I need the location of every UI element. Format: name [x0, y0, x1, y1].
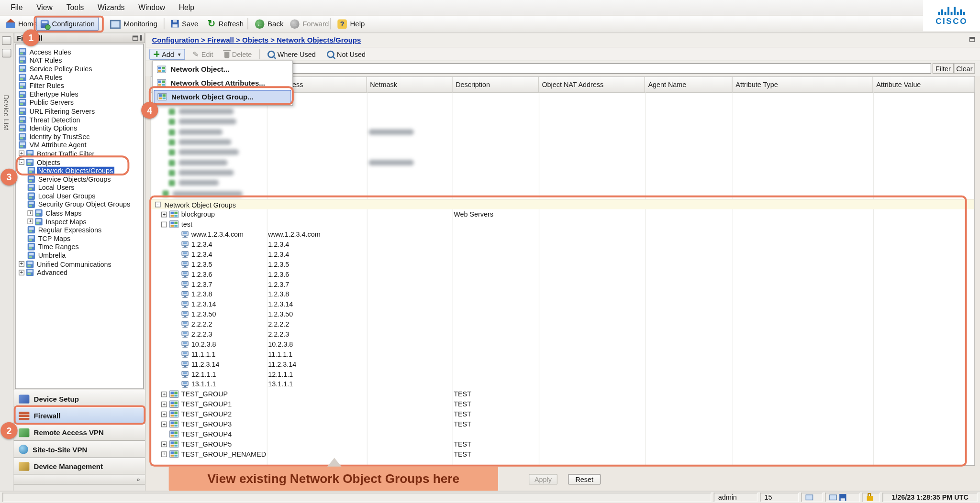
row-expander-icon[interactable]: -: [161, 221, 167, 227]
section-expander-icon[interactable]: -: [155, 202, 161, 208]
breadcrumb-link[interactable]: Configuration: [152, 36, 207, 44]
refresh-button[interactable]: ↻ Refresh: [204, 17, 247, 31]
filter-input[interactable]: [182, 63, 931, 74]
row-expander-icon[interactable]: +: [161, 401, 167, 407]
row-expander-icon[interactable]: +: [161, 441, 167, 447]
table-row[interactable]: 1.2.3.8 1.2.3.8: [151, 289, 974, 299]
tree-item[interactable]: Access Rules: [16, 47, 143, 56]
tree-item[interactable]: URL Filtering Servers: [16, 107, 143, 116]
add-menu-item[interactable]: Network Object Group...: [154, 90, 291, 104]
menu-item[interactable]: Window: [132, 0, 172, 14]
table-row[interactable]: 10.2.3.8 10.2.3.8: [151, 339, 974, 349]
device-list-label[interactable]: Device List: [2, 95, 10, 131]
tree-item[interactable]: Identity by TrustSec: [16, 132, 143, 141]
tree-item[interactable]: Service Objects/Groups: [16, 175, 143, 184]
table-row[interactable]: TEST_GROUP4: [151, 429, 974, 439]
column-header[interactable]: Agent Name: [645, 77, 733, 92]
delete-button[interactable]: Delete: [221, 49, 256, 59]
back-button[interactable]: ← Back: [251, 17, 287, 31]
chevron-down-icon[interactable]: ▾: [178, 51, 181, 57]
tree-item[interactable]: Threat Detection: [16, 115, 143, 124]
tree-item[interactable]: + Botnet Traffic Filter: [16, 149, 143, 158]
help-button[interactable]: ? Help: [334, 17, 368, 31]
tree-item[interactable]: + Class Maps: [16, 209, 143, 218]
table-row[interactable]: 11.2.3.14 11.2.3.14: [151, 359, 974, 369]
nav-button[interactable]: Firewall: [14, 407, 145, 424]
table-row[interactable]: www.1.2.3.4.com www.1.2.3.4.com: [151, 229, 974, 239]
table-row[interactable]: + TEST_GROUP_RENAMED TEST: [151, 449, 974, 459]
nav-button[interactable]: Device Management: [14, 458, 145, 474]
tree-item[interactable]: VM Attribute Agent: [16, 141, 143, 150]
table-row[interactable]: 1.2.3.50 1.2.3.50: [151, 309, 974, 319]
table-row[interactable]: 1.2.3.5 1.2.3.5: [151, 259, 974, 269]
add-menu-item[interactable]: Network Object Attributes...: [153, 76, 293, 90]
undock-icon[interactable]: [133, 35, 138, 40]
configuration-button[interactable]: Configuration: [36, 17, 99, 31]
row-expander-icon[interactable]: +: [161, 451, 167, 457]
row-expander-icon[interactable]: +: [161, 211, 167, 217]
nav-button[interactable]: Device Setup: [14, 390, 145, 407]
tree-item[interactable]: Network Objects/Groups: [16, 166, 143, 175]
tree-item[interactable]: Security Group Object Groups: [16, 200, 143, 209]
row-expander-icon[interactable]: +: [161, 421, 167, 427]
tree-item[interactable]: + Unified Communications: [16, 260, 143, 268]
filter-button[interactable]: Filter: [933, 63, 954, 74]
group-section-row[interactable]: - Network Object Groups: [151, 199, 974, 209]
breadcrumb-link[interactable]: Objects: [242, 36, 277, 44]
menu-item[interactable]: Tools: [59, 0, 90, 14]
column-header[interactable]: Object NAT Address: [539, 77, 645, 92]
table-row[interactable]: + TEST_GROUP2 TEST: [151, 409, 974, 419]
column-header[interactable]: Attribute Type: [733, 77, 873, 92]
home-button[interactable]: Home: [2, 17, 41, 31]
table-row[interactable]: 1.2.3.6 1.2.3.6: [151, 269, 974, 279]
tree-item[interactable]: + Inspect Maps: [16, 217, 143, 226]
table-row[interactable]: 2.2.2.3 2.2.2.3: [151, 329, 974, 339]
add-menu-item[interactable]: Network Object...: [153, 63, 293, 77]
tree-item[interactable]: Umbrella: [16, 251, 143, 260]
tree-item[interactable]: Public Servers: [16, 98, 143, 107]
tree-item[interactable]: + Advanced: [16, 268, 143, 277]
tree-expander-icon[interactable]: +: [27, 219, 33, 224]
row-expander-icon[interactable]: +: [161, 391, 167, 397]
table-row[interactable]: + blockgroup Web Servers: [151, 209, 974, 219]
nav-button[interactable]: Site-to-Site VPN: [14, 441, 145, 458]
table-row[interactable]: 1.2.3.4 1.2.3.4: [151, 249, 974, 259]
nav-collapse-strip[interactable]: »: [14, 475, 145, 485]
breadcrumb-link[interactable]: Network Objects/Groups: [277, 36, 361, 44]
menu-item[interactable]: Wizards: [91, 0, 132, 14]
tree-item[interactable]: Ethertype Rules: [16, 90, 143, 98]
not-used-button[interactable]: Not Used: [323, 49, 369, 59]
tree-item[interactable]: Local User Groups: [16, 192, 143, 200]
table-row[interactable]: 12.1.1.1 12.1.1.1: [151, 369, 974, 379]
tree-expander-icon[interactable]: +: [19, 261, 24, 267]
tree-item[interactable]: TCP Maps: [16, 234, 143, 243]
tree-expander-icon[interactable]: +: [19, 151, 24, 156]
nav-button[interactable]: Remote Access VPN: [14, 424, 145, 441]
tree-item[interactable]: Regular Expressions: [16, 226, 143, 234]
edit-button[interactable]: ✎ Edit: [189, 48, 217, 60]
table-row[interactable]: + TEST_GROUP1 TEST: [151, 399, 974, 409]
tree-item[interactable]: Service Policy Rules: [16, 65, 143, 73]
table-row[interactable]: + TEST_GROUP3 TEST: [151, 419, 974, 429]
add-button[interactable]: Add ▾: [149, 48, 185, 60]
column-header[interactable]: Attribute Value: [873, 77, 975, 92]
tree-expander-icon[interactable]: +: [27, 210, 33, 216]
table-row[interactable]: 1.2.3.14 1.2.3.14: [151, 299, 974, 309]
save-button[interactable]: Save: [167, 17, 202, 31]
tree-item[interactable]: NAT Rules: [16, 56, 143, 65]
table-row[interactable]: + TEST_GROUP5 TEST: [151, 439, 974, 449]
menu-item[interactable]: View: [30, 0, 59, 14]
table-row[interactable]: 11.1.1.1 11.1.1.1: [151, 349, 974, 359]
tree-item[interactable]: Time Ranges: [16, 243, 143, 252]
maximize-panel-icon[interactable]: [969, 37, 975, 42]
monitoring-button[interactable]: Monitoring: [106, 17, 161, 31]
tree-expander-icon[interactable]: -: [19, 159, 24, 165]
table-row[interactable]: - test: [151, 219, 974, 229]
table-row[interactable]: + TEST_GROUP TEST: [151, 389, 974, 399]
table-row[interactable]: 2.2.2.2 2.2.2.2: [151, 319, 974, 329]
table-row[interactable]: 1.2.3.7 1.2.3.7: [151, 279, 974, 289]
table-row[interactable]: 13.1.1.1 13.1.1.1: [151, 379, 974, 389]
table-row[interactable]: 1.2.3.4 1.2.3.4: [151, 239, 974, 249]
reset-button[interactable]: Reset: [568, 474, 601, 484]
row-expander-icon[interactable]: +: [161, 411, 167, 417]
